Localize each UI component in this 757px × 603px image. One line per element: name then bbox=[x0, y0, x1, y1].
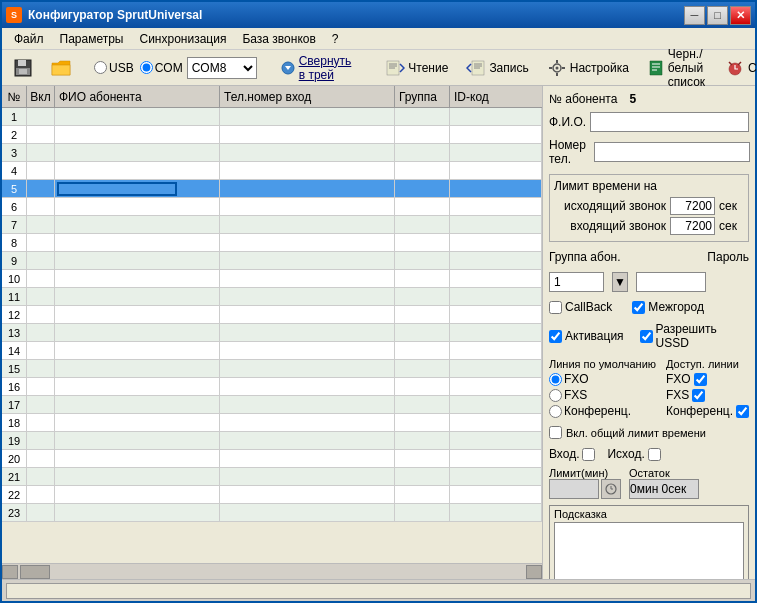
table-row[interactable]: 19 bbox=[2, 432, 542, 450]
maximize-button[interactable]: □ bbox=[707, 6, 728, 25]
com-port-select[interactable]: COM8 bbox=[187, 57, 257, 79]
cell-vkl[interactable] bbox=[27, 486, 55, 503]
alarm-button[interactable]: Сигнализация bbox=[718, 54, 757, 82]
avail-fxo-checkbox[interactable] bbox=[694, 373, 707, 386]
menu-sync[interactable]: Синхронизация bbox=[131, 30, 234, 48]
table-row[interactable]: 6 bbox=[2, 198, 542, 216]
cell-vkl[interactable] bbox=[27, 198, 55, 215]
minimize-button[interactable]: ─ bbox=[684, 6, 705, 25]
cell-vkl[interactable] bbox=[27, 234, 55, 251]
group-select[interactable]: 123 bbox=[549, 272, 604, 292]
table-row[interactable]: 16 bbox=[2, 378, 542, 396]
in-checkbox[interactable] bbox=[582, 448, 595, 461]
remain-input[interactable] bbox=[629, 479, 699, 499]
table-row[interactable]: 7 bbox=[2, 216, 542, 234]
fxo-radio[interactable] bbox=[549, 373, 562, 386]
cell-vkl[interactable] bbox=[27, 162, 55, 179]
table-row[interactable]: 3 bbox=[2, 144, 542, 162]
close-button[interactable]: ✕ bbox=[730, 6, 751, 25]
fxs-radio[interactable] bbox=[549, 389, 562, 402]
menu-calls[interactable]: База звонков bbox=[234, 30, 323, 48]
scroll-right-btn[interactable] bbox=[526, 565, 542, 579]
save-button[interactable] bbox=[6, 54, 40, 82]
ussd-checkbox[interactable] bbox=[640, 330, 653, 343]
phone-input[interactable] bbox=[594, 142, 750, 162]
cell-vkl[interactable] bbox=[27, 126, 55, 143]
cell-vkl[interactable] bbox=[27, 504, 55, 521]
table-row[interactable]: 11 bbox=[2, 288, 542, 306]
table-row[interactable]: 20 bbox=[2, 450, 542, 468]
cell-vkl[interactable] bbox=[27, 252, 55, 269]
in-checkbox-item[interactable]: Вход. bbox=[549, 447, 595, 461]
horizontal-scrollbar[interactable] bbox=[2, 563, 542, 579]
table-row[interactable]: 2 bbox=[2, 126, 542, 144]
com-radio-label[interactable]: COM bbox=[140, 61, 183, 75]
global-limit-checkbox[interactable] bbox=[549, 426, 562, 439]
table-row[interactable]: 17 bbox=[2, 396, 542, 414]
cell-vkl[interactable] bbox=[27, 432, 55, 449]
table-row[interactable]: 18 bbox=[2, 414, 542, 432]
cell-vkl[interactable] bbox=[27, 414, 55, 431]
cell-vkl[interactable] bbox=[27, 180, 55, 197]
table-row[interactable]: 23 bbox=[2, 504, 542, 522]
table-row[interactable]: 12 bbox=[2, 306, 542, 324]
usb-radio[interactable] bbox=[94, 61, 107, 74]
cell-vkl[interactable] bbox=[27, 288, 55, 305]
cell-vkl[interactable] bbox=[27, 360, 55, 377]
callback-checkbox[interactable] bbox=[549, 301, 562, 314]
menu-params[interactable]: Параметры bbox=[52, 30, 132, 48]
cell-vkl[interactable] bbox=[27, 468, 55, 485]
mezhgorod-checkbox[interactable] bbox=[632, 301, 645, 314]
table-row[interactable]: 10 bbox=[2, 270, 542, 288]
outgoing-value-input[interactable] bbox=[670, 197, 715, 215]
cell-vkl[interactable] bbox=[27, 144, 55, 161]
fxs-radio-label[interactable]: FXS bbox=[549, 388, 656, 402]
incoming-value-input[interactable] bbox=[670, 217, 715, 235]
cell-vkl[interactable] bbox=[27, 324, 55, 341]
table-body[interactable]: 1 2 3 bbox=[2, 108, 542, 563]
collapse-button[interactable]: Свернуть в трей bbox=[273, 54, 363, 82]
menu-help[interactable]: ? bbox=[324, 30, 347, 48]
table-row[interactable]: 13 bbox=[2, 324, 542, 342]
cell-vkl[interactable] bbox=[27, 216, 55, 233]
cell-vkl[interactable] bbox=[27, 108, 55, 125]
ussd-checkbox-item[interactable]: Разрешить USSD bbox=[640, 322, 749, 350]
out-checkbox-item[interactable]: Исход. bbox=[607, 447, 660, 461]
write-button[interactable]: Запись bbox=[459, 54, 535, 82]
scroll-left-btn[interactable] bbox=[2, 565, 18, 579]
avail-fxs-checkbox[interactable] bbox=[692, 389, 705, 402]
group-dropdown-btn[interactable]: ▼ bbox=[612, 272, 628, 292]
fxo-radio-label[interactable]: FXO bbox=[549, 372, 656, 386]
menu-file[interactable]: Файл bbox=[6, 30, 52, 48]
callback-checkbox-item[interactable]: CallBack bbox=[549, 300, 612, 314]
conf-radio[interactable] bbox=[549, 405, 562, 418]
cell-vkl[interactable] bbox=[27, 342, 55, 359]
settings-button[interactable]: Настройка bbox=[540, 54, 636, 82]
mezhgorod-checkbox-item[interactable]: Межгород bbox=[632, 300, 704, 314]
out-checkbox[interactable] bbox=[648, 448, 661, 461]
limit-min-input[interactable] bbox=[549, 479, 599, 499]
fio-input[interactable] bbox=[590, 112, 749, 132]
conf-radio-label[interactable]: Конференц. bbox=[549, 404, 656, 418]
table-row[interactable]: 15 bbox=[2, 360, 542, 378]
table-row[interactable]: 1 bbox=[2, 108, 542, 126]
blacklist-button[interactable]: Черн./белый список bbox=[640, 54, 714, 82]
com-radio[interactable] bbox=[140, 61, 153, 74]
cell-vkl[interactable] bbox=[27, 450, 55, 467]
table-row[interactable]: 9 bbox=[2, 252, 542, 270]
open-button[interactable] bbox=[44, 54, 78, 82]
usb-radio-label[interactable]: USB bbox=[94, 61, 134, 75]
cell-vkl[interactable] bbox=[27, 270, 55, 287]
cell-vkl[interactable] bbox=[27, 396, 55, 413]
table-row[interactable]: 5 bbox=[2, 180, 542, 198]
cell-vkl[interactable] bbox=[27, 306, 55, 323]
read-button[interactable]: Чтение bbox=[378, 54, 455, 82]
table-row[interactable]: 22 bbox=[2, 486, 542, 504]
cell-vkl[interactable] bbox=[27, 378, 55, 395]
avail-conf-checkbox[interactable] bbox=[736, 405, 749, 418]
activation-checkbox[interactable] bbox=[549, 330, 562, 343]
activation-checkbox-item[interactable]: Активация bbox=[549, 329, 624, 343]
table-row[interactable]: 21 bbox=[2, 468, 542, 486]
table-row[interactable]: 8 bbox=[2, 234, 542, 252]
password-input[interactable] bbox=[636, 272, 706, 292]
